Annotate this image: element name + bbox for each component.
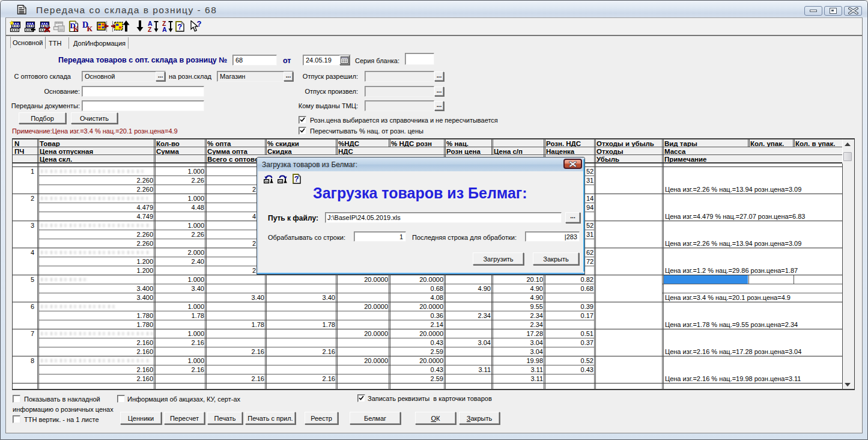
svg-text:Z: Z [148,26,152,32]
svg-text:A: A [162,26,167,32]
svg-text:К: К [73,25,79,32]
svg-text:?: ? [197,20,202,28]
svg-text:?: ? [294,175,299,183]
svg-text:?: ? [177,22,182,31]
svg-text:К: К [87,24,93,32]
